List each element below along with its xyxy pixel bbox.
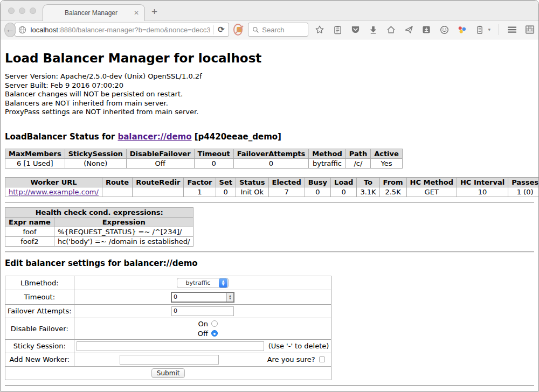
disable-failover-row: Disable Failover: On Off <box>5 318 331 339</box>
browser-window: Balancer Manager ✕ + ← localhost:8880/ba… <box>0 0 539 392</box>
server-info: Server Version: Apache/2.5.0-dev (Unix) … <box>5 72 534 117</box>
submit-button[interactable]: Submit <box>151 368 185 378</box>
sticky-session-input[interactable] <box>77 341 264 351</box>
urlbar-divider <box>213 25 213 34</box>
balancer-status-table: MaxMembers StickySession DisableFailover… <box>5 149 403 169</box>
save-to-box-icon[interactable] <box>421 25 431 34</box>
disable-failover-label: Disable Failover: <box>5 318 74 339</box>
sticky-session-row: Sticky Session: (Use '-' to delete) <box>5 339 331 353</box>
lbmethod-label: LBmethod: <box>5 276 74 290</box>
colored-dots-extension-icon[interactable] <box>457 25 467 34</box>
url-domain: localhost <box>31 26 58 34</box>
bookmark-star-icon[interactable] <box>315 25 324 34</box>
status-data-row: 6 [1 Used] (None) Off 0 0 bytraffic /c/ … <box>5 158 403 168</box>
close-window-icon[interactable] <box>8 8 15 14</box>
proxypass-notice-line: ProxyPass settings are NOT inherited fro… <box>5 108 534 117</box>
new-tab-button[interactable]: + <box>151 6 157 17</box>
failover-off-radio[interactable] <box>211 330 218 337</box>
health-header-row: Expr name Expression <box>5 217 194 227</box>
lbmethod-row: LBmethod: bytraffic ▲▼ <box>5 276 331 290</box>
feedback-smiley-icon[interactable] <box>439 25 449 34</box>
health-row-foof: foof %{REQUEST_STATUS} =~ /^[234]/ <box>5 227 194 236</box>
worker-header-row: Worker URL Route RouteRedir Factor Set S… <box>5 177 539 187</box>
toolbar-divider <box>499 24 499 35</box>
failover-on-label: On <box>198 320 208 328</box>
number-spinner-icon[interactable]: ▲▼ <box>226 293 233 302</box>
lbmethod-select[interactable]: bytraffic ▲▼ <box>177 278 229 288</box>
hamburger-menu-icon[interactable] <box>507 25 517 34</box>
downloads-icon[interactable] <box>368 25 378 34</box>
browser-tab[interactable]: Balancer Manager ✕ <box>43 4 145 21</box>
failover-attempts-row: Failover Attempts: <box>5 304 331 318</box>
reload-icon[interactable]: ⟳ <box>217 25 226 34</box>
url-path: :8880/balancer-manager?b=demo&nonce=decc… <box>58 26 210 34</box>
failover-attempts-label: Failover Attempts: <box>5 304 74 318</box>
submit-row: Submit <box>5 366 331 380</box>
toolbar-icons: ▾ <box>315 24 535 35</box>
select-stepper-icon: ▲▼ <box>219 278 227 288</box>
globe-icon <box>18 25 27 34</box>
back-button[interactable]: ← <box>4 23 16 37</box>
health-title-row: Health check cond. expressions: <box>5 207 194 217</box>
minimize-window-icon[interactable] <box>19 8 25 14</box>
balancer-demo-link[interactable]: balancer://demo <box>118 132 191 142</box>
worker-url-link[interactable]: http://www.example.com/ <box>9 188 99 196</box>
inherit-notice-line: Balancers are NOT inherited from main se… <box>5 99 534 108</box>
server-version-line: Server Version: Apache/2.5.0-dev (Unix) … <box>5 72 534 81</box>
window-controls <box>8 8 36 14</box>
page-bottom-divider <box>5 385 534 386</box>
timeout-row: Timeout: ▲▼ <box>5 290 331 304</box>
persist-notice-line: Balancer changes will NOT be persisted o… <box>5 90 534 99</box>
status-header-row: MaxMembers StickySession DisableFailover… <box>5 149 403 158</box>
search-input[interactable] <box>262 26 305 34</box>
container-battery-icon[interactable] <box>475 25 485 34</box>
health-check-table: Health check cond. expressions: Expr nam… <box>5 207 194 247</box>
are-you-sure-label: Are you sure? <box>267 355 315 363</box>
search-bar[interactable] <box>248 23 309 37</box>
worker-data-row: http://www.example.com/ 1 0 Init Ok 7 0 … <box>5 187 539 197</box>
pocket-icon[interactable] <box>350 25 360 34</box>
timeout-input[interactable] <box>172 293 226 302</box>
send-plane-icon[interactable] <box>404 25 413 34</box>
page-title: Load Balancer Manager for localhost <box>5 51 534 65</box>
failover-on-radio[interactable] <box>211 320 218 327</box>
add-worker-label: Add New Worker: <box>5 353 74 366</box>
server-built-line: Server Built: Feb 9 2016 07:00:20 <box>5 81 534 90</box>
worker-status-table: Worker URL Route RouteRedir Factor Set S… <box>5 177 538 197</box>
url-bar[interactable]: localhost:8880/balancer-manager?b=demo&n… <box>15 23 229 37</box>
clipboard-icon[interactable] <box>333 25 342 34</box>
add-worker-input[interactable] <box>120 355 219 365</box>
home-icon[interactable] <box>386 25 396 34</box>
section-divider <box>5 202 534 203</box>
tab-bar: Balancer Manager ✕ + <box>1 1 538 20</box>
search-icon <box>252 25 259 34</box>
timeout-stepper[interactable]: ▲▼ <box>171 292 234 303</box>
grid-extension-icon[interactable] <box>525 25 535 34</box>
add-worker-row: Add New Worker: Are you sure? <box>5 353 331 366</box>
chevron-down-icon[interactable]: ▾ <box>488 27 490 32</box>
content-blocker-icon[interactable] <box>233 24 243 36</box>
failover-off-label: Off <box>198 330 208 338</box>
sticky-session-hint: (Use '-' to delete) <box>268 342 329 350</box>
sticky-session-label: Sticky Session: <box>5 339 74 353</box>
loadbalancer-status-heading: LoadBalancer Status for balancer://demo … <box>5 132 534 142</box>
balancer-settings-form: LBmethod: bytraffic ▲▼ Timeout: ▲▼ <box>5 276 331 380</box>
are-you-sure-checkbox[interactable] <box>319 356 325 362</box>
page-content: Load Balancer Manager for localhost Serv… <box>1 39 538 392</box>
section-divider <box>5 251 534 253</box>
failover-attempts-input[interactable] <box>171 306 234 316</box>
edit-settings-heading: Edit balancer settings for balancer://de… <box>5 258 534 268</box>
health-row-foof2: foof2 hc('body') =~ /domain is establish… <box>5 236 194 246</box>
tab-title: Balancer Manager <box>49 9 134 17</box>
timeout-label: Timeout: <box>5 290 74 304</box>
navigation-toolbar: ← localhost:8880/balancer-manager?b=demo… <box>1 20 538 39</box>
url-text[interactable]: localhost:8880/balancer-manager?b=demo&n… <box>31 26 210 34</box>
tab-close-icon[interactable]: ✕ <box>134 9 139 17</box>
zoom-window-icon[interactable] <box>30 8 36 14</box>
